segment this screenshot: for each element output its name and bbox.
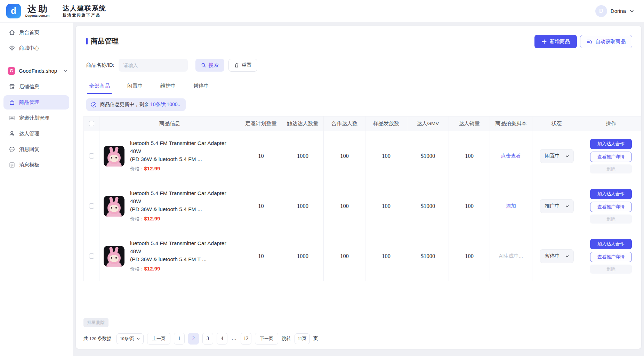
jump-label: 跳转 xyxy=(282,335,291,342)
sidebar-item-talent-management[interactable]: 达人管理 xyxy=(0,126,73,141)
script-add-link[interactable]: 添加 xyxy=(506,203,516,209)
row-checkbox[interactable] xyxy=(89,153,94,159)
gmv-value: $1000 xyxy=(407,181,449,231)
sidebar-item-label: 消息模板 xyxy=(19,162,39,168)
tab-maintaining[interactable]: 维护中 xyxy=(160,81,177,94)
col-header-script: 商品拍摄脚本 xyxy=(490,116,532,131)
sidebar-item-shop-info[interactable]: 店铺信息 xyxy=(0,79,73,95)
list-search-icon xyxy=(587,39,593,44)
shop-name: GoodFinds.shop xyxy=(19,68,57,74)
topbar: d 达助 Dagents.com.cn 达人建联系统 新浪爱问旗下产品 D Do… xyxy=(0,0,644,22)
update-notice-banner: 商品信息更新中，剩余 10条/共1000.. xyxy=(86,98,186,111)
col-header-sample-count: 样品发放数 xyxy=(365,116,407,131)
brand-name: 达助 xyxy=(27,5,50,13)
col-header-actions: 操作 xyxy=(581,116,641,131)
jump-page-input[interactable]: 11页 xyxy=(295,333,310,344)
status-select[interactable]: 闲置中 xyxy=(540,149,574,163)
product-image xyxy=(104,246,124,267)
coop-count: 100 xyxy=(324,131,365,181)
search-button[interactable]: 搜索 xyxy=(195,59,224,72)
tab-paused[interactable]: 暂停中 xyxy=(193,81,210,94)
batch-delete-button[interactable]: 批量删除 xyxy=(83,318,108,327)
storefront-icon xyxy=(9,83,15,90)
page-button-2-active[interactable]: 2 xyxy=(188,333,199,345)
sidebar-divider xyxy=(6,59,66,59)
col-header-status: 状态 xyxy=(532,116,581,131)
user-menu[interactable]: D Dorina xyxy=(595,5,644,17)
page-title: 商品管理 xyxy=(86,35,119,46)
sales-value: 100 xyxy=(449,131,490,181)
sample-count: 100 xyxy=(365,131,407,181)
sidebar-item-message-reply[interactable]: 消息回复 xyxy=(0,141,73,157)
sidebar-item-label: 店铺信息 xyxy=(19,83,39,90)
view-promo-detail-button[interactable]: 查看推广详情 xyxy=(590,202,632,212)
status-select[interactable]: 推广中 xyxy=(540,199,574,213)
price-label: 价格： xyxy=(130,216,144,221)
main-content: 商品管理 新增商品 自动获取商品 商品名称/ID: 搜索 xyxy=(76,26,641,349)
sidebar-item-label: 商城中心 xyxy=(19,45,39,51)
coop-count: 100 xyxy=(324,231,365,281)
page-button-4[interactable]: 4 xyxy=(217,333,227,345)
prev-page-button[interactable]: 上一页 xyxy=(147,333,170,345)
sidebar-item-product-management[interactable]: 商品管理 xyxy=(3,95,69,110)
join-collab-button[interactable]: 加入达人合作 xyxy=(590,189,632,199)
page-button-12[interactable]: 12 xyxy=(241,333,251,345)
delete-button[interactable]: 删除 xyxy=(590,215,632,224)
plus-icon xyxy=(541,39,547,44)
chevron-down-icon xyxy=(565,254,569,258)
sidebar-item-message-template[interactable]: 消息模板 xyxy=(0,157,73,173)
reset-button[interactable]: 重置 xyxy=(228,59,257,72)
add-product-button[interactable]: 新增商品 xyxy=(534,35,577,48)
avatar: D xyxy=(595,5,607,17)
sidebar-item-home[interactable]: 后台首页 xyxy=(0,25,73,40)
tag-icon xyxy=(9,45,15,51)
script-view-link[interactable]: 点击查看 xyxy=(501,153,521,159)
coop-count: 100 xyxy=(324,181,365,231)
col-header-reach-count: 触达达人数量 xyxy=(282,116,324,131)
select-all-checkbox[interactable] xyxy=(89,121,94,126)
product-name: 达人建联系统 xyxy=(63,5,106,11)
page-size-select[interactable]: 10条/页 xyxy=(116,333,144,344)
product-title: (PD 36W & luetooth 5.4 FM ... xyxy=(130,155,234,163)
row-checkbox[interactable] xyxy=(89,253,94,259)
gmv-value: $1000 xyxy=(407,231,449,281)
brand-divider xyxy=(56,5,56,17)
sample-count: 100 xyxy=(365,231,407,281)
view-promo-detail-button[interactable]: 查看推广详情 xyxy=(590,152,632,162)
sidebar-item-mall[interactable]: 商城中心 xyxy=(0,40,73,56)
sidebar-item-label: 消息回复 xyxy=(19,146,39,153)
sidebar-item-invite-plan[interactable]: 定邀计划管理 xyxy=(0,110,73,126)
delete-button[interactable]: 删除 xyxy=(590,164,632,173)
col-header-sales: 达人销量 xyxy=(449,116,490,131)
auto-fetch-product-button[interactable]: 自动获取商品 xyxy=(580,35,632,48)
sales-value: 100 xyxy=(449,181,490,231)
price-label: 价格： xyxy=(130,266,144,272)
price-value: $12.99 xyxy=(144,165,160,171)
tab-idle[interactable]: 闲置中 xyxy=(127,81,144,94)
join-collab-button[interactable]: 加入达人合作 xyxy=(590,239,632,249)
gmv-value: $1000 xyxy=(407,131,449,181)
plan-count: 10 xyxy=(240,131,282,181)
tab-all-products[interactable]: 全部商品 xyxy=(88,81,111,94)
price-label: 价格： xyxy=(130,166,144,171)
delete-button[interactable]: 删除 xyxy=(590,265,632,274)
product-title: (PD 36W & luetooth 5.4 FM T ... xyxy=(130,256,234,264)
shop-switcher[interactable]: G GoodFinds.shop xyxy=(0,63,73,79)
page-button-1[interactable]: 1 xyxy=(174,333,185,345)
brand-domain: Dagents.com.cn xyxy=(25,14,50,17)
home-icon xyxy=(9,29,15,36)
status-select[interactable]: 暂停中 xyxy=(540,249,574,263)
next-page-button[interactable]: 下一页 xyxy=(255,333,278,345)
loading-check-icon xyxy=(90,102,97,108)
view-promo-detail-button[interactable]: 查看推广详情 xyxy=(590,252,632,262)
sidebar: 后台首页 商城中心 G GoodFinds.shop 店铺信息 商品管理 定邀计… xyxy=(0,23,73,356)
total-count-text: 共 120 条数据 xyxy=(83,335,112,342)
page-button-3[interactable]: 3 xyxy=(202,333,213,345)
row-checkbox[interactable] xyxy=(89,203,94,209)
col-header-gmv: 达人GMV xyxy=(407,116,449,131)
search-input[interactable] xyxy=(119,59,188,72)
col-header-coop-count: 合作达人数 xyxy=(324,116,365,131)
notice-highlight: 10条/共1000.. xyxy=(150,102,180,107)
chat-bubble-icon xyxy=(9,146,15,153)
join-collab-button[interactable]: 加入达人合作 xyxy=(590,139,632,149)
